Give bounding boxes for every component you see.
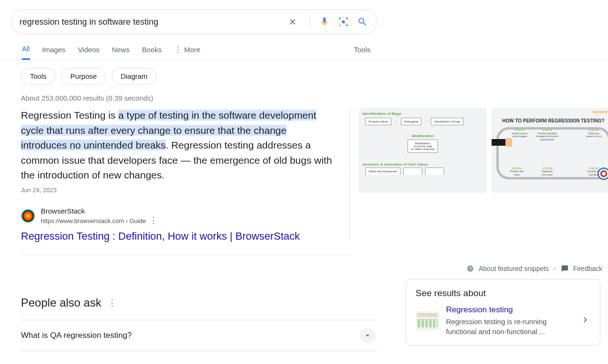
lens-icon[interactable] [337, 15, 350, 28]
thumb1-box: Debugging [401, 118, 421, 125]
feedback-row: ? About featured snippets • Feedback [0, 265, 602, 272]
source-favicon [21, 209, 35, 223]
thumb2-logo: spiceworks [592, 110, 608, 114]
search-input[interactable] [19, 17, 286, 27]
tab-all[interactable]: All [22, 45, 30, 60]
snippet-date: Jun 24, 2023 [21, 187, 334, 194]
search-icon[interactable] [356, 15, 369, 28]
more-options-icon[interactable]: ⋮ [108, 298, 116, 308]
about-snippets-link[interactable]: About featured snippets [479, 265, 549, 272]
kp-thumbnail [416, 311, 439, 330]
tabs-row: All Images Videos News Books ⋮ More Tool… [22, 45, 608, 60]
chip-tools[interactable]: Tools [21, 68, 56, 84]
thumb1-section2: Modification [362, 134, 483, 138]
tab-more[interactable]: ⋮ More [174, 45, 200, 59]
expand-icon[interactable] [360, 328, 375, 343]
more-options-icon[interactable]: ⋮ [149, 215, 158, 225]
thumb1-box: Program failure [365, 118, 391, 125]
tab-videos[interactable]: Videos [78, 46, 100, 59]
tab-tools[interactable]: Tools [354, 46, 370, 59]
thumb1-box: Identification of bugs [431, 118, 464, 125]
search-bar[interactable] [11, 9, 377, 34]
help-icon[interactable]: ? [466, 265, 474, 272]
image-results: Identification of Bugs Program failure →… [350, 108, 608, 241]
source-url[interactable]: https://www.browserstack.com › Guide [41, 217, 146, 224]
svg-text:?: ? [469, 266, 471, 271]
divider [21, 255, 353, 255]
knowledge-panel: See results about Regression testing Reg… [406, 279, 600, 345]
chip-purpose[interactable]: Purpose [61, 68, 106, 84]
thumb2-track: STEP 01Identify sourcecode changes STEP … [496, 127, 608, 179]
tab-images[interactable]: Images [42, 46, 66, 59]
svg-point-0 [342, 20, 345, 23]
image-thumbnail-2[interactable]: spiceworks HOW TO PERFORM REGRESSION TES… [492, 108, 608, 193]
thumb2-title: HOW TO PERFORM REGRESSION TESTING? [494, 118, 608, 123]
result-title-link[interactable]: Regression Testing : Definition, How it … [21, 230, 334, 243]
thumb1-box: Select the existing test [365, 168, 400, 175]
divider [310, 15, 310, 28]
featured-snippet-text: Regression Testing is a type of testing … [21, 108, 334, 183]
tab-books[interactable]: Books [142, 46, 162, 59]
chevron-right-icon[interactable] [580, 315, 590, 327]
thumb1-box: Modificationof source codeto make it bug… [408, 140, 438, 153]
target-icon [598, 168, 608, 180]
dot-separator: • [554, 265, 556, 272]
source-name: BrowserStack [41, 207, 158, 215]
filter-chips: Tools Purpose Diagram [21, 68, 608, 84]
more-dots-icon: ⋮ [174, 45, 181, 54]
feedback-icon[interactable] [561, 265, 569, 272]
kp-title: See results about [416, 288, 590, 299]
paa-question-1[interactable]: What is QA regression testing? [21, 320, 377, 351]
mic-icon[interactable] [318, 15, 331, 28]
kp-description: Regression testing is re-running functio… [446, 317, 573, 336]
result-source: BrowserStack https://www.browserstack.co… [21, 207, 334, 225]
image-thumbnail-1[interactable]: Identification of Bugs Program failure →… [359, 108, 487, 193]
thumb1-section1: Identification of Bugs [362, 112, 483, 116]
tab-news[interactable]: News [112, 46, 130, 59]
result-stats: About 253,000,000 results (0.39 seconds) [21, 94, 608, 102]
svg-point-1 [345, 23, 347, 24]
feedback-link[interactable]: Feedback [573, 265, 602, 272]
kp-link[interactable]: Regression testing [446, 305, 573, 315]
hand-icon [492, 139, 507, 146]
chip-diagram[interactable]: Diagram [112, 68, 157, 84]
people-also-ask-heading: People also ask ⋮ [21, 296, 377, 309]
thumb1-section3: Selection & Execution of Test Cases [362, 162, 483, 167]
clear-icon[interactable] [286, 15, 299, 28]
kp-item[interactable]: Regression testing Regression testing is… [416, 305, 590, 336]
